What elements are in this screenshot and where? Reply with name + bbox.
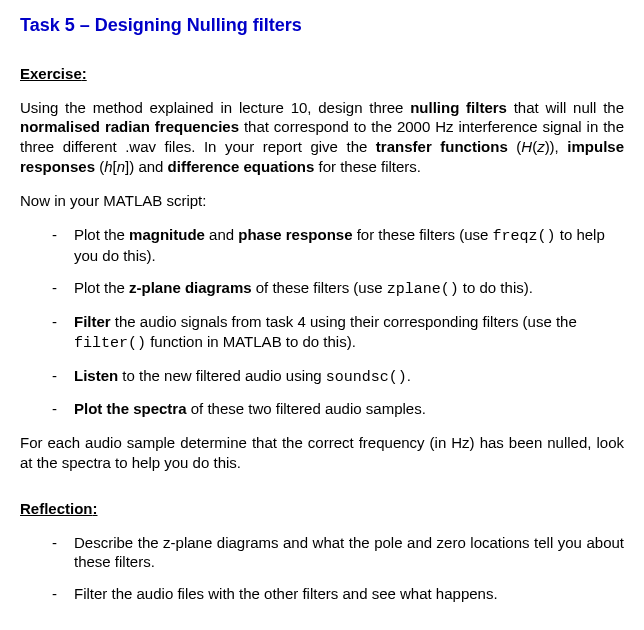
paragraph-check: For each audio sample determine that the… — [20, 433, 624, 473]
bold-text: Filter — [74, 313, 111, 330]
list-item: Plot the z-plane diagrams of these filte… — [20, 278, 624, 300]
bold-text: Listen — [74, 367, 118, 384]
text: ]) and — [125, 158, 168, 175]
text: function in MATLAB to do this). — [146, 333, 356, 350]
exercise-list: Plot the magnitude and phase response fo… — [20, 225, 624, 420]
list-item: Plot the magnitude and phase response fo… — [20, 225, 624, 267]
reflection-heading: Reflection: — [20, 499, 624, 519]
paragraph-matlab: Now in your MATLAB script: — [20, 191, 624, 211]
text: and — [205, 226, 238, 243]
code-text: filter() — [74, 335, 146, 352]
list-item: Listen to the new filtered audio using s… — [20, 366, 624, 388]
text: of these filters (use — [252, 279, 387, 296]
list-item: Plot the spectra of these two filtered a… — [20, 399, 624, 419]
italic-text: H — [521, 138, 532, 155]
bold-text: Plot the spectra — [74, 400, 187, 417]
bold-text: phase response — [238, 226, 352, 243]
text: the audio signals from task 4 using thei… — [111, 313, 577, 330]
list-item: Describe the z-plane diagrams and what t… — [20, 533, 624, 573]
text: ( — [95, 158, 104, 175]
text: for these filters (use — [352, 226, 492, 243]
text: to do this). — [459, 279, 533, 296]
reflection-list: Describe the z-plane diagrams and what t… — [20, 533, 624, 604]
text: Plot the — [74, 279, 129, 296]
reflection-heading-text: Reflection — [20, 500, 93, 517]
italic-text: h — [104, 158, 112, 175]
code-text: soundsc() — [326, 369, 407, 386]
bold-text: normalised radian frequencies — [20, 118, 239, 135]
bold-text: difference equations — [168, 158, 315, 175]
exercise-heading-text: Exercise — [20, 65, 82, 82]
bold-text: transfer functions — [376, 138, 508, 155]
text: ( — [508, 138, 522, 155]
italic-text: n — [117, 158, 125, 175]
document-page: Task 5 – Designing Nulling filters Exerc… — [0, 0, 644, 630]
exercise-heading: Exercise: — [20, 64, 624, 84]
bold-text: nulling filters — [410, 99, 507, 116]
text: Using the method explained in lecture 10… — [20, 99, 410, 116]
task-title: Task 5 – Designing Nulling filters — [20, 14, 624, 38]
text: )), — [545, 138, 568, 155]
text: to the new filtered audio using — [118, 367, 326, 384]
paragraph-intro: Using the method explained in lecture 10… — [20, 98, 624, 177]
text: of these two filtered audio samples. — [187, 400, 426, 417]
list-item: Filter the audio files with the other fi… — [20, 584, 624, 604]
bold-text: magnitude — [129, 226, 205, 243]
bold-text: z-plane diagrams — [129, 279, 252, 296]
text: Plot the — [74, 226, 129, 243]
italic-text: z — [537, 138, 545, 155]
text: . — [407, 367, 411, 384]
text: that will null the — [507, 99, 624, 116]
code-text: zplane() — [387, 281, 459, 298]
list-item: Filter the audio signals from task 4 usi… — [20, 312, 624, 354]
code-text: freqz() — [493, 228, 556, 245]
text: for these filters. — [314, 158, 421, 175]
